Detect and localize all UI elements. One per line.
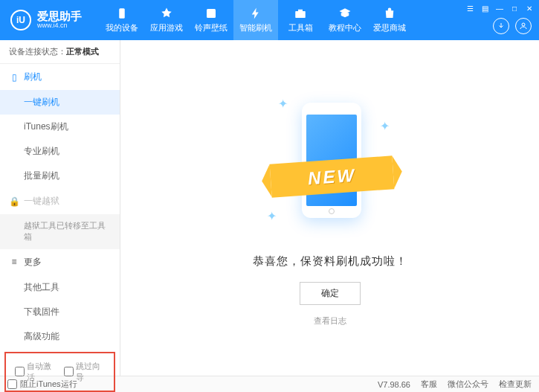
view-log-link[interactable]: 查看日志 xyxy=(314,315,346,327)
logo-icon: iU xyxy=(10,10,31,30)
footer-link-support[interactable]: 客服 xyxy=(421,379,437,390)
nav-apps-games[interactable]: 应用游戏 xyxy=(144,0,189,40)
jailbreak-note: 越狱工具已转移至工具箱 xyxy=(0,214,120,249)
sidebar-item-download-firmware[interactable]: 下载固件 xyxy=(0,300,120,324)
sidebar-section-flash[interactable]: ▯ 刷机 xyxy=(0,64,120,90)
menu-icon[interactable]: ☰ xyxy=(465,3,475,13)
app-subtitle: www.i4.cn xyxy=(37,22,82,30)
maximize-icon[interactable]: □ xyxy=(509,3,520,13)
success-message: 恭喜您，保资料刷机成功啦！ xyxy=(253,254,407,269)
footer-link-wechat[interactable]: 微信公众号 xyxy=(448,379,488,390)
ok-button[interactable]: 确定 xyxy=(300,282,361,305)
sidebar-item-oneclick-flash[interactable]: 一键刷机 xyxy=(0,90,120,115)
nav-smart-flash[interactable]: 智能刷机 xyxy=(233,0,278,40)
app-header: iU 爱思助手 www.i4.cn 我的设备 应用游戏 铃声壁纸 智能刷机 工具… xyxy=(0,0,539,40)
nav-toolbox[interactable]: 工具箱 xyxy=(278,0,323,40)
sidebar-item-pro-flash[interactable]: 专业刷机 xyxy=(0,139,120,164)
close-icon[interactable]: ✕ xyxy=(524,3,535,13)
nav-tutorials[interactable]: 教程中心 xyxy=(323,0,367,40)
phone-icon: ▯ xyxy=(9,72,19,83)
nav-ringtone-wallpaper[interactable]: 铃声壁纸 xyxy=(189,0,233,40)
device-status: 设备连接状态：正常模式 xyxy=(0,40,120,64)
app-title: 爱思助手 xyxy=(37,10,82,23)
sidebar-item-itunes-flash[interactable]: iTunes刷机 xyxy=(0,115,120,139)
svg-rect-0 xyxy=(119,8,125,19)
sidebar-item-batch-flash[interactable]: 批量刷机 xyxy=(0,164,120,188)
sidebar-section-more[interactable]: ≡ 更多 xyxy=(0,249,120,275)
success-illustration: ✦ ✦ ✦ NEW xyxy=(256,89,404,245)
sidebar: 设备连接状态：正常模式 ▯ 刷机 一键刷机 iTunes刷机 专业刷机 批量刷机… xyxy=(0,40,120,376)
sidebar-item-other-tools[interactable]: 其他工具 xyxy=(0,275,120,300)
skin-icon[interactable]: ▤ xyxy=(480,3,490,13)
svg-rect-1 xyxy=(207,9,216,18)
svg-rect-3 xyxy=(298,10,303,12)
main-nav: 我的设备 应用游戏 铃声壁纸 智能刷机 工具箱 教程中心 爱思商城 xyxy=(100,0,412,40)
block-itunes-checkbox[interactable]: 阻止iTunes运行 xyxy=(7,379,77,390)
minimize-icon[interactable]: — xyxy=(494,3,505,13)
user-button[interactable] xyxy=(515,18,532,34)
footer-link-update[interactable]: 检查更新 xyxy=(499,379,532,390)
nav-store[interactable]: 爱思商城 xyxy=(367,0,412,40)
svg-point-4 xyxy=(522,23,525,26)
sidebar-section-jailbreak: 🔒 一键越狱 xyxy=(0,188,120,214)
nav-my-device[interactable]: 我的设备 xyxy=(100,0,144,40)
svg-rect-2 xyxy=(295,11,306,18)
version-label: V7.98.66 xyxy=(378,380,410,389)
window-controls: ☰ ▤ — □ ✕ xyxy=(465,3,535,13)
new-ribbon: NEW xyxy=(269,155,394,197)
download-button[interactable] xyxy=(493,18,509,34)
lock-icon: 🔒 xyxy=(9,196,19,207)
sidebar-item-advanced[interactable]: 高级功能 xyxy=(0,324,120,349)
list-icon: ≡ xyxy=(9,257,19,267)
logo-area: iU 爱思助手 www.i4.cn xyxy=(0,10,92,30)
main-content: ✦ ✦ ✦ NEW 恭喜您，保资料刷机成功啦！ 确定 查看日志 xyxy=(120,40,539,376)
